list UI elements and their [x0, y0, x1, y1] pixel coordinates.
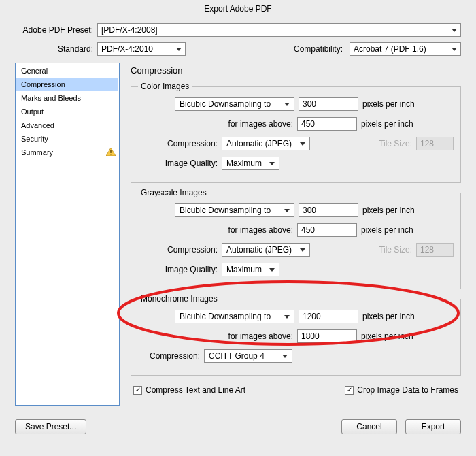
gray-legend: Grayscale Images — [138, 188, 209, 197]
compat-select[interactable]: Acrobat 7 (PDF 1.6) — [350, 42, 461, 56]
grayscale-images-group: Grayscale Images Bicubic Downsampling to… — [131, 193, 461, 289]
chevron-down-icon — [176, 48, 182, 51]
color-compression-label: Compression: — [138, 139, 218, 148]
export-pdf-dialog: Export Adobe PDF Adobe PDF Preset: [PDF/… — [0, 0, 476, 456]
compat-value: Acrobat 7 (PDF 1.6) — [354, 44, 426, 54]
export-button[interactable]: Export — [405, 419, 461, 434]
svg-rect-2 — [110, 154, 111, 154]
gray-above-input[interactable]: 450 — [297, 223, 357, 237]
gray-tilesize-input: 128 — [416, 243, 454, 257]
color-ppi-input[interactable]: 300 — [299, 97, 358, 111]
mono-above-label: for images above: — [138, 331, 293, 341]
side-item-output[interactable]: Output — [16, 105, 118, 118]
color-tilesize-input: 128 — [416, 137, 454, 150]
cancel-button[interactable]: Cancel — [341, 419, 397, 434]
color-images-group: Color Images Bicubic Downsampling to 300… — [131, 86, 461, 183]
side-item-advanced[interactable]: Advanced — [16, 118, 118, 132]
monochrome-images-group: Monochrome Images Bicubic Downsampling t… — [131, 299, 461, 376]
mono-compression-label: Compression: — [138, 351, 200, 361]
gray-quality-select[interactable]: Maximum — [222, 263, 279, 276]
mono-above-input[interactable]: 1800 — [297, 329, 357, 343]
color-quality-select[interactable]: Maximum — [222, 157, 279, 170]
standard-value: PDF/X-4:2010 — [101, 44, 153, 54]
gray-above-label: for images above: — [138, 225, 293, 235]
chevron-down-icon — [284, 315, 290, 319]
compat-label: Compatibility: — [190, 44, 343, 54]
side-item-security[interactable]: Security — [16, 132, 118, 146]
color-legend: Color Images — [138, 82, 192, 91]
side-item-summary[interactable]: Summary — [16, 146, 118, 159]
preset-select[interactable]: [PDF/X-4:2008] — [97, 23, 461, 37]
chevron-down-icon — [300, 142, 305, 146]
color-quality-label: Image Quality: — [138, 159, 218, 168]
checkbox-icon: ✓ — [133, 386, 142, 395]
preset-value: [PDF/X-4:2008] — [101, 25, 158, 35]
compression-panel: Compression Color Images Bicubic Downsam… — [131, 63, 461, 406]
warning-icon — [106, 148, 116, 156]
mono-compression-select[interactable]: CCITT Group 4 — [204, 349, 292, 363]
gray-compression-label: Compression: — [138, 245, 218, 255]
color-compression-select[interactable]: Automatic (JPEG) — [222, 137, 310, 150]
gray-tilesize-label: Tile Size: — [321, 245, 412, 255]
chevron-down-icon — [269, 268, 275, 272]
crop-image-checkbox[interactable]: ✓ Crop Image Data to Frames — [345, 385, 458, 395]
gray-quality-label: Image Quality: — [138, 265, 218, 274]
compress-text-checkbox[interactable]: ✓ Compress Text and Line Art — [133, 385, 245, 395]
mono-legend: Monochrome Images — [138, 294, 220, 304]
svg-rect-1 — [110, 150, 111, 153]
standard-label: Standard: — [15, 44, 93, 54]
chevron-down-icon — [284, 209, 290, 212]
color-above-input[interactable]: 450 — [297, 117, 357, 131]
mono-method-select[interactable]: Bicubic Downsampling to — [175, 310, 294, 323]
footer: Save Preset... Cancel Export — [0, 406, 476, 434]
chevron-down-icon — [282, 355, 288, 358]
gray-ppi-input[interactable]: 300 — [299, 203, 358, 217]
side-item-marks[interactable]: Marks and Bleeds — [16, 91, 118, 105]
preset-label: Adobe PDF Preset: — [15, 25, 93, 35]
color-tilesize-label: Tile Size: — [321, 139, 412, 148]
chevron-down-icon — [452, 29, 457, 32]
side-item-compression[interactable]: Compression — [16, 78, 118, 91]
standard-select[interactable]: PDF/X-4:2010 — [97, 42, 186, 56]
checkbox-icon: ✓ — [345, 386, 354, 395]
category-list: General Compression Marks and Bleeds Out… — [15, 63, 120, 406]
chevron-down-icon — [269, 162, 275, 165]
chevron-down-icon — [300, 248, 305, 252]
color-method-select[interactable]: Bicubic Downsampling to — [175, 97, 294, 111]
save-preset-button[interactable]: Save Preset... — [15, 419, 86, 434]
color-above-label: for images above: — [138, 119, 293, 129]
header-options: Adobe PDF Preset: [PDF/X-4:2008] Standar… — [0, 23, 476, 63]
chevron-down-icon — [452, 48, 457, 51]
gray-compression-select[interactable]: Automatic (JPEG) — [222, 243, 310, 257]
color-ppi-unit: pixels per inch — [362, 99, 415, 109]
window-title: Export Adobe PDF — [0, 0, 476, 23]
side-item-general[interactable]: General — [16, 64, 118, 78]
mono-ppi-input[interactable]: 1200 — [299, 310, 358, 323]
gray-method-select[interactable]: Bicubic Downsampling to — [175, 203, 294, 217]
chevron-down-icon — [284, 103, 290, 106]
